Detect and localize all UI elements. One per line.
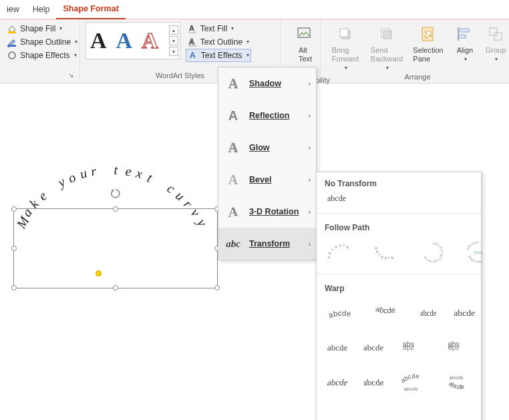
svg-rect-10	[340, 29, 348, 37]
shape-outline-button[interactable]: Shape Outline ▾	[5, 35, 74, 49]
svg-text:abcdefg: abcdefg	[375, 246, 395, 260]
chevron-down-icon: ▾	[246, 49, 249, 62]
svg-rect-17	[490, 28, 497, 35]
svg-text:gbs: gbs	[448, 345, 459, 353]
tab-shape-format[interactable]: Shape Format	[56, 0, 125, 20]
text-effects-flyout: A Shadow › A Reflection › A Glow › A Bev…	[218, 67, 317, 260]
curvy-text: Make your text curvy	[112, 226, 113, 226]
warp-tile-6[interactable]: abcde	[363, 335, 385, 358]
reflection-icon: A	[225, 108, 241, 124]
chevron-down-icon[interactable]: ▾	[169, 36, 178, 45]
alt-text-icon	[295, 23, 316, 45]
chevron-down-icon[interactable]: ▾	[169, 47, 178, 56]
wordart-gallery[interactable]: A A A ▴ ▾ ▾	[86, 22, 180, 59]
flyout-transform[interactable]: abc Transform ›	[218, 228, 316, 260]
warp-tile-10[interactable]: abcde	[361, 371, 386, 395]
alt-text-button[interactable]: Alt Text	[286, 22, 325, 63]
svg-point-2	[9, 52, 15, 59]
shape-effects-button[interactable]: Shape Effects ▾	[5, 49, 74, 62]
chevron-right-icon: ›	[309, 112, 311, 120]
warp-tile-4[interactable]: abcde	[454, 301, 476, 325]
warp-tile-12[interactable]: abcdeabcde	[446, 371, 475, 395]
tab-help[interactable]: Help	[26, 0, 57, 19]
flyout-glow[interactable]: A Glow ›	[218, 132, 316, 164]
text-effects-button[interactable]: A Text Effects ▾	[186, 49, 251, 62]
flyout-3d-rotation[interactable]: A 3-D Rotation ›	[218, 196, 316, 228]
svg-text:A: A	[189, 24, 194, 32]
warp-tile-1[interactable]: abcde	[327, 301, 357, 325]
resize-handle-nw[interactable]	[11, 206, 17, 212]
text-fill-button[interactable]: A Text Fill ▾	[186, 22, 251, 35]
transform-none-tile[interactable]: abcde	[317, 192, 481, 210]
glow-icon: A	[225, 140, 241, 156]
warp-tile-2[interactable]: abcde	[373, 301, 402, 325]
resize-handle-s[interactable]	[113, 285, 118, 290]
warp-tile-11[interactable]: abcdeabcde	[400, 371, 430, 395]
svg-text:abcdefghijklmno: abcdefghijklmno	[423, 241, 444, 263]
follow-path-arch-down[interactable]: abcdefg	[373, 240, 402, 264]
submenu-no-transform-head: No Transform	[317, 172, 481, 192]
flyout-shadow[interactable]: A Shadow ›	[218, 67, 316, 99]
resize-handle-se[interactable]	[214, 285, 220, 290]
chevron-right-icon: ›	[309, 208, 311, 216]
wordart-preset-1[interactable]: A	[90, 29, 107, 52]
warp-tile-9[interactable]: abcde	[325, 371, 350, 395]
group-shape-styles: Shape Fill ▾ Shape Outline ▾ Shape Effec…	[0, 19, 80, 83]
shape-fill-button[interactable]: Shape Fill ▾	[5, 22, 74, 35]
wordart-gallery-more[interactable]: ▴ ▾ ▾	[169, 25, 178, 56]
send-backward-button[interactable]: Send Backward ▾	[367, 22, 406, 72]
follow-path-circle[interactable]: abcdefghijklmno	[418, 240, 448, 264]
flyout-reflection-label: Reflection	[249, 111, 289, 120]
adjust-handle[interactable]	[96, 270, 102, 276]
alt-text-label: Alt Text	[299, 46, 312, 63]
bring-forward-icon	[335, 23, 356, 45]
selection-pane-button[interactable]: Selection Pane	[409, 22, 448, 63]
svg-text:A: A	[190, 51, 196, 60]
group-icon	[485, 23, 506, 45]
chevron-down-icon: ▾	[59, 22, 62, 35]
text-fill-label: Text Fill	[200, 22, 228, 35]
warp-tile-8[interactable]: gbsgbs	[446, 336, 475, 360]
warp-tile-5[interactable]: abcde	[326, 338, 349, 361]
flyout-glow-label: Glow	[249, 143, 270, 152]
follow-path-arch-up[interactable]: abcdefg	[327, 240, 357, 264]
chevron-down-icon: ▾	[74, 49, 77, 62]
follow-path-button[interactable]: abcdefGhijklmnopq	[464, 240, 493, 264]
bring-forward-button[interactable]: Bring Forward ▾	[326, 22, 365, 72]
group-button[interactable]: Group ▾	[482, 22, 509, 63]
group-arrange: Bring Forward ▾ Send Backward ▾ Selectio…	[321, 19, 509, 83]
text-fill-icon: A	[187, 23, 198, 34]
svg-rect-16	[460, 35, 466, 38]
svg-text:abcde: abcde	[375, 304, 396, 314]
warp-tile-3[interactable]: abcde	[420, 301, 436, 325]
flyout-reflection[interactable]: A Reflection ›	[218, 99, 316, 132]
dialog-launcher-icon[interactable]: ↘	[66, 71, 75, 80]
chevron-down-icon: ▾	[75, 35, 77, 49]
tab-view[interactable]: iew	[0, 0, 26, 19]
flyout-transform-label: Transform	[249, 239, 290, 248]
wordart-preset-2[interactable]: A	[116, 29, 133, 52]
align-button[interactable]: Align ▾	[450, 22, 480, 63]
text-effects-icon: A	[188, 50, 198, 61]
svg-rect-4	[188, 31, 196, 33]
svg-text:abcdefg: abcdefg	[327, 243, 351, 259]
chevron-down-icon: ▾	[246, 35, 249, 49]
rotation-handle[interactable]	[110, 188, 122, 200]
align-icon	[454, 23, 476, 45]
chevron-up-icon[interactable]: ▴	[169, 25, 178, 35]
resize-handle-sw[interactable]	[11, 285, 17, 290]
svg-text:abcde: abcde	[327, 309, 352, 320]
send-backward-label: Send Backward	[371, 46, 403, 63]
selected-shape[interactable]	[13, 208, 218, 288]
svg-text:Ghij: Ghij	[474, 250, 483, 254]
resize-handle-n[interactable]	[113, 206, 118, 212]
text-outline-button[interactable]: A Text Outline ▾	[186, 35, 251, 49]
svg-rect-6	[188, 45, 196, 47]
chevron-right-icon: ›	[309, 80, 311, 87]
svg-rect-12	[383, 31, 391, 39]
resize-handle-w[interactable]	[11, 246, 17, 251]
wordart-preset-3[interactable]: A	[142, 29, 158, 52]
warp-tile-7[interactable]: absabs	[400, 336, 430, 360]
flyout-bevel[interactable]: A Bevel ›	[218, 164, 316, 196]
chevron-down-icon: ▾	[464, 55, 467, 63]
